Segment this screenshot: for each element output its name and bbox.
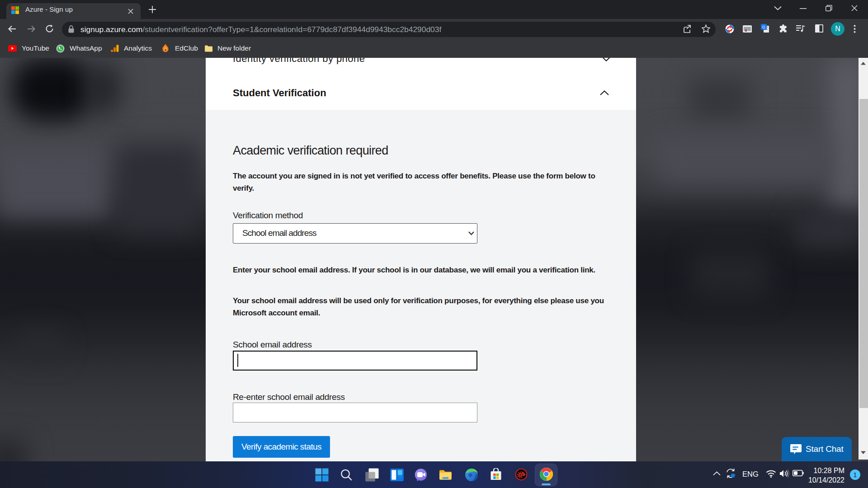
svg-text:G: G (762, 24, 765, 29)
